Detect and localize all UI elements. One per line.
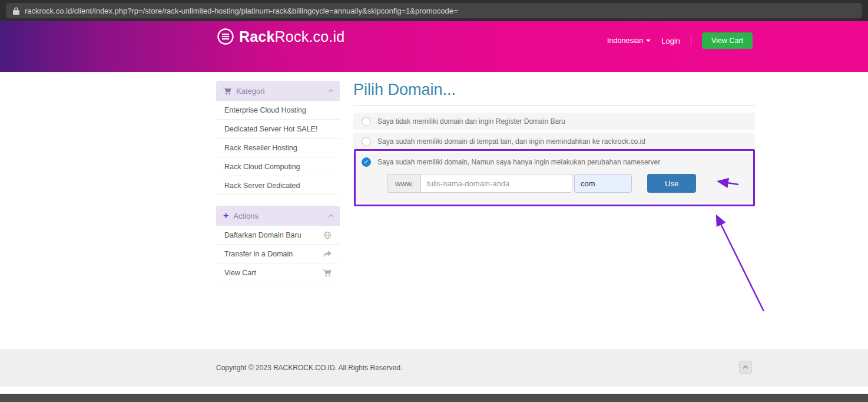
lock-icon	[13, 7, 19, 15]
radio-change-nameserver[interactable]	[362, 157, 371, 167]
login-link[interactable]: Login	[661, 37, 680, 45]
domain-form: www. Use	[387, 174, 747, 193]
header-divider	[691, 35, 691, 47]
logo[interactable]: RackRock.co.id	[217, 26, 344, 47]
categories-panel: Kategori Enterprise Cloud Hosting Dedica…	[216, 81, 340, 195]
domain-selection-panel: Pilih Domain... Saya tidak memiliki doma…	[353, 80, 755, 206]
action-item-view-cart[interactable]: View Cart	[216, 263, 340, 282]
logo-text: RackRock.co.id	[239, 28, 344, 45]
address-bar[interactable]: rackrock.co.id/client/index.php?rp=/stor…	[6, 3, 862, 18]
option-register-new-domain[interactable]: Saya tidak memiliki domain dan ingin Reg…	[353, 113, 755, 130]
transfer-icon	[323, 251, 332, 258]
footer: Copyright © 2023 RACKROCK.CO.ID. All Rig…	[0, 349, 868, 387]
sidebar-item-rack-server-dedicated[interactable]: Rack Server Dedicated	[216, 176, 340, 195]
cart-icon	[323, 269, 332, 277]
tld-input[interactable]	[574, 174, 632, 193]
domain-name-input[interactable]	[420, 174, 572, 193]
view-cart-button[interactable]: View Cart	[702, 32, 753, 49]
use-button[interactable]: Use	[647, 174, 696, 193]
option-label: Saya tidak memiliki domain dan ingin Reg…	[377, 117, 565, 126]
page-title: Pilih Domain...	[353, 80, 755, 106]
action-item-transfer-in-a-domain[interactable]: Transfer in a Domain	[216, 245, 340, 263]
sidebar: Kategori Enterprise Cloud Hosting Dedica…	[216, 81, 340, 293]
chevron-down-icon	[646, 39, 651, 42]
chevron-up-icon	[743, 365, 748, 369]
site-header: RackRock.co.id Indonesian Login View Car…	[0, 21, 868, 72]
option-change-nameserver[interactable]: Saya sudah memiliki domain, Namun saya h…	[353, 153, 755, 203]
categories-panel-title: Kategori	[236, 87, 264, 95]
actions-panel-title: Actions	[233, 212, 259, 220]
actions-panel-header[interactable]: Actions	[216, 206, 340, 226]
categories-panel-header[interactable]: Kategori	[216, 81, 340, 101]
chevron-up-icon	[328, 214, 334, 218]
plus-icon	[223, 211, 228, 220]
globe-icon	[323, 231, 332, 239]
radio-register-new-domain[interactable]	[362, 117, 371, 126]
header-right: Indonesian Login View Cart	[607, 32, 753, 50]
browser-bar: rackrock.co.id/client/index.php?rp=/stor…	[0, 0, 868, 21]
option-transfer-domain[interactable]: Saya sudah memiliki domain di tempat lai…	[353, 133, 755, 150]
actions-panel: Actions Daftarkan Domain Baru Transfer i…	[216, 206, 340, 282]
www-prefix: www.	[387, 174, 420, 193]
sidebar-item-rack-cloud-computing[interactable]: Rack Cloud Computing	[216, 157, 340, 176]
sidebar-item-rack-reseller-hosting[interactable]: Rack Reseller Hosting	[216, 139, 340, 157]
screen: rackrock.co.id/client/index.php?rp=/stor…	[0, 0, 868, 402]
action-item-daftarkan-domain-baru[interactable]: Daftarkan Domain Baru	[216, 226, 340, 245]
radio-transfer-domain[interactable]	[362, 137, 371, 146]
url-text: rackrock.co.id/client/index.php?rp=/stor…	[25, 6, 458, 15]
option-label: Saya sudah memiliki domain di tempat lai…	[377, 137, 645, 146]
copyright-text: Copyright © 2023 RACKROCK.CO.ID. All Rig…	[216, 349, 402, 387]
domain-options: Saya tidak memiliki domain dan ingin Reg…	[353, 113, 755, 203]
scroll-to-top-button[interactable]	[739, 361, 752, 374]
logo-server-stack-icon	[217, 28, 234, 45]
bottom-window-edge	[0, 394, 868, 402]
sidebar-item-dedicated-server-hot-sale[interactable]: Dedicated Server Hot SALE!	[216, 120, 340, 139]
sidebar-item-enterprise-cloud-hosting[interactable]: Enterprise Cloud Hosting	[216, 101, 340, 120]
language-selector[interactable]: Indonesian	[607, 37, 651, 45]
option-label: Saya sudah memiliki domain, Namun saya h…	[377, 158, 660, 166]
cart-icon	[223, 87, 231, 95]
chevron-up-icon	[328, 89, 334, 93]
page-content: Kategori Enterprise Cloud Hosting Dedica…	[0, 72, 868, 349]
